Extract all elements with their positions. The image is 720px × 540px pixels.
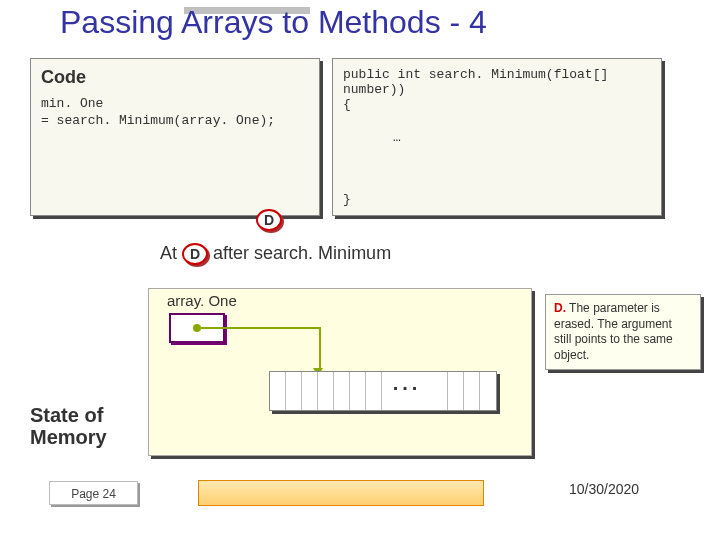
state-line-2: Memory	[30, 426, 107, 448]
array-cell	[432, 372, 448, 410]
arrayone-label: array. One	[167, 292, 237, 309]
array-ellipsis: ...	[382, 372, 432, 410]
page-number: Page 24	[49, 481, 138, 505]
caption-at: At	[160, 243, 177, 263]
code-line-2: = search. Minimum(array. One);	[41, 113, 309, 130]
code-panel: Code min. One = search. Minimum(array. O…	[30, 58, 320, 216]
slide-date: 10/30/2020	[569, 481, 639, 497]
note-box: D. The parameter is erased. The argument…	[545, 294, 701, 370]
pointer-dot-icon	[193, 324, 201, 332]
array-cell	[302, 372, 318, 410]
note-text: The parameter is erased. The argument st…	[554, 301, 673, 362]
slide-title: Passing Arrays to Methods - 4	[60, 4, 487, 41]
caption-func: search. Minimum	[254, 243, 391, 263]
array-cell	[464, 372, 480, 410]
step-badge-d-code: D	[256, 209, 282, 231]
array-object: ...	[269, 371, 497, 411]
step-caption: At D after search. Minimum	[160, 243, 391, 265]
caption-after: after	[213, 243, 249, 263]
pointer-line-h	[201, 327, 321, 329]
method-line-4: …	[393, 130, 401, 145]
footer-bar	[198, 480, 484, 506]
array-cell	[286, 372, 302, 410]
array-cell	[318, 372, 334, 410]
step-badge-d-caption: D	[182, 243, 208, 265]
pointer-line-v	[319, 327, 321, 371]
method-line-2: number))	[343, 82, 651, 97]
memory-panel: array. One ...	[148, 288, 532, 456]
array-cell	[334, 372, 350, 410]
array-cell	[448, 372, 464, 410]
state-line-1: State of	[30, 404, 107, 426]
array-cell	[480, 372, 496, 410]
method-line-5: }	[343, 192, 351, 207]
method-line-1: public int search. Minimum(float[]	[343, 67, 651, 82]
array-cell	[270, 372, 286, 410]
array-cell	[350, 372, 366, 410]
code-line-1: min. One	[41, 96, 309, 113]
method-panel: public int search. Minimum(float[] numbe…	[332, 58, 662, 216]
code-heading: Code	[41, 67, 309, 88]
array-cell	[366, 372, 382, 410]
method-line-3: {	[343, 97, 651, 112]
note-badge: D.	[554, 301, 566, 315]
state-of-memory-label: State of Memory	[30, 404, 107, 448]
